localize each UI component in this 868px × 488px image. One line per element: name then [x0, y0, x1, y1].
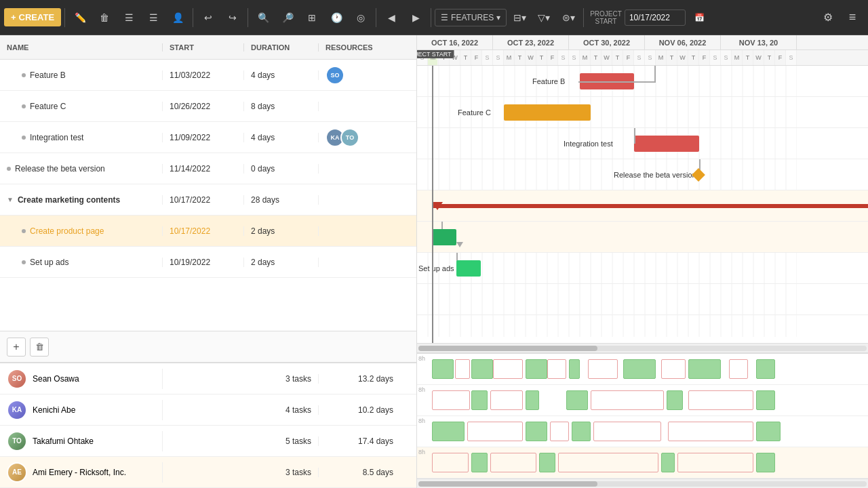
task-dot: [22, 260, 26, 264]
task-dot: [7, 167, 11, 171]
edit-button[interactable]: ✏️: [68, 6, 92, 29]
project-start-date-input[interactable]: [625, 9, 686, 26]
outdent-button[interactable]: ☰: [142, 6, 165, 29]
task-dot: [22, 229, 26, 233]
resource-name: Sean Osawa: [33, 374, 79, 384]
cell-name: Feature B: [0, 70, 163, 80]
redo-button[interactable]: ↪: [221, 6, 244, 29]
gantt-day-cell: S: [721, 50, 732, 65]
gantt-bar-row: Feature C: [417, 97, 868, 128]
cell-duration: 28 days: [244, 195, 319, 205]
create-button[interactable]: + CREATE: [4, 8, 61, 26]
view-button[interactable]: ⊟▾: [508, 6, 531, 29]
workload-block-outline: [588, 359, 618, 379]
table-row[interactable]: Feature B 11/03/2022 4 days SO: [0, 60, 416, 91]
gantt-day-cell: W: [677, 50, 688, 65]
zoom-in-button[interactable]: 🔍: [252, 6, 275, 29]
gantt-bar-row: [417, 190, 868, 222]
rg-label: 8h: [418, 449, 425, 455]
features-button[interactable]: ☰ FEATURES ▾: [435, 9, 507, 26]
table-row[interactable]: Set up ads 10/19/2022 2 days: [0, 247, 416, 278]
hamburger-button[interactable]: ≡: [841, 6, 864, 29]
dependency-line-h: [578, 81, 656, 83]
task-dot: [22, 136, 26, 140]
resource-row[interactable]: KA Kenichi Abe 4 tasks 10.2 days: [0, 394, 416, 426]
resource-row[interactable]: AE Ami Emery - Ricksoft, Inc. 3 tasks 8.…: [0, 457, 416, 488]
resource-row[interactable]: SO Sean Osawa 3 tasks 13.2 days: [0, 363, 416, 394]
resource-days: 13.2 days: [319, 374, 400, 384]
scrollbar-thumb[interactable]: [418, 346, 597, 351]
resource-gantt-scrollbar[interactable]: [417, 479, 868, 488]
gantt-day-cell: S: [786, 50, 797, 65]
workload-block: [526, 422, 547, 441]
prev-button[interactable]: ◀: [380, 6, 403, 29]
gantt-days-row: PROJECT START (() => { const daysRow = d…: [417, 50, 868, 65]
undo-button[interactable]: ↩: [197, 6, 220, 29]
gantt-horizontal-scrollbar[interactable]: [417, 343, 868, 352]
resource-gantt-row: 8h: [417, 447, 868, 479]
rg-label: 8h: [418, 418, 425, 424]
next-button[interactable]: ▶: [404, 6, 427, 29]
resource-days: 17.4 days: [319, 436, 400, 446]
col-resources-header: RESOURCES: [319, 43, 400, 52]
workload-block-outline: [490, 453, 536, 472]
gantt-bar-product-page[interactable]: [432, 229, 456, 245]
gantt-bar-row: Integration test: [417, 128, 868, 159]
delete-button[interactable]: 🗑: [93, 6, 116, 29]
settings-button[interactable]: ⚙: [816, 6, 840, 29]
clock-button[interactable]: 🕐: [325, 6, 348, 29]
toolbar: + CREATE ✏️ 🗑 ☰ ☰ 👤 ↩ ↪ 🔍 🔎 ⊞ 🕐 ◎ ◀ ▶ ☰ …: [0, 0, 868, 35]
fit-button[interactable]: ⊞: [300, 6, 323, 29]
gantt-bar-set-up-ads[interactable]: [456, 260, 481, 277]
gantt-month: NOV 06, 2022: [645, 35, 721, 49]
resource-button[interactable]: 👤: [166, 6, 189, 29]
arrow-connector: [456, 242, 463, 247]
table-row[interactable]: Integration test 11/09/2022 4 days KA TO: [0, 122, 416, 153]
gantt-day-cell: F: [775, 50, 786, 65]
resource-row[interactable]: TO Takafumi Ohtake 5 tasks 17.4 days: [0, 426, 416, 457]
cell-start: 10/26/2022: [163, 102, 244, 111]
gantt-bar-integration[interactable]: [634, 136, 699, 152]
table-row[interactable]: Feature C 10/26/2022 8 days: [0, 91, 416, 122]
workload-block: [623, 359, 656, 379]
workload-block: [526, 390, 539, 410]
gantt-day-cell: F: [699, 50, 710, 65]
group-collapse-icon[interactable]: ▼: [7, 196, 14, 203]
circle-button[interactable]: ◎: [349, 6, 372, 29]
gantt-day-cell: S: [493, 50, 504, 65]
group-button[interactable]: ⊜▾: [557, 6, 580, 29]
workload-block: [471, 359, 493, 379]
task-label: Feature C: [30, 102, 66, 111]
gantt-day-cell: S: [710, 50, 721, 65]
scrollbar-track: [418, 346, 867, 351]
workload-block-outline: [558, 453, 658, 472]
calendar-icon-button[interactable]: 📅: [688, 6, 711, 29]
workload-block: [667, 390, 683, 410]
zoom-out-button[interactable]: 🔎: [276, 6, 299, 29]
table-row[interactable]: ▼ Create marketing contents 10/17/2022 2…: [0, 184, 416, 216]
indent-button[interactable]: ☰: [117, 6, 140, 29]
task-label: Feature B: [30, 70, 66, 80]
scrollbar-thumb-2[interactable]: [418, 481, 597, 487]
delete-task-button[interactable]: 🗑: [30, 338, 49, 357]
cell-duration: 2 days: [244, 226, 319, 236]
add-task-button[interactable]: +: [7, 338, 26, 357]
filter-button[interactable]: ▽▾: [532, 6, 555, 29]
gantt-table: Feature B 11/03/2022 4 days SO Feature C…: [0, 60, 416, 331]
table-row[interactable]: Release the beta version 11/14/2022 0 da…: [0, 153, 416, 184]
gantt-milestone-label: Release the beta version: [614, 171, 696, 179]
gantt-bar-feature-c[interactable]: [504, 104, 591, 121]
cell-start: 10/17/2022: [163, 195, 244, 205]
gantt-month: OCT 23, 2022: [493, 35, 569, 49]
task-label: Integration test: [30, 133, 83, 142]
resource-cell-name: AE Ami Emery - Ricksoft, Inc.: [0, 462, 163, 483]
resource-name: Ami Emery - Ricksoft, Inc.: [33, 468, 126, 477]
workload-block: [539, 453, 555, 472]
resource-tasks: 4 tasks: [244, 405, 319, 415]
col-duration-header: DURATION: [244, 43, 319, 52]
avatar: TO: [7, 431, 27, 451]
table-row[interactable]: Create product page 10/17/2022 2 days: [0, 216, 416, 247]
resource-tasks: 3 tasks: [244, 468, 319, 477]
task-dot: [22, 73, 26, 77]
dependency-line: [654, 66, 656, 81]
